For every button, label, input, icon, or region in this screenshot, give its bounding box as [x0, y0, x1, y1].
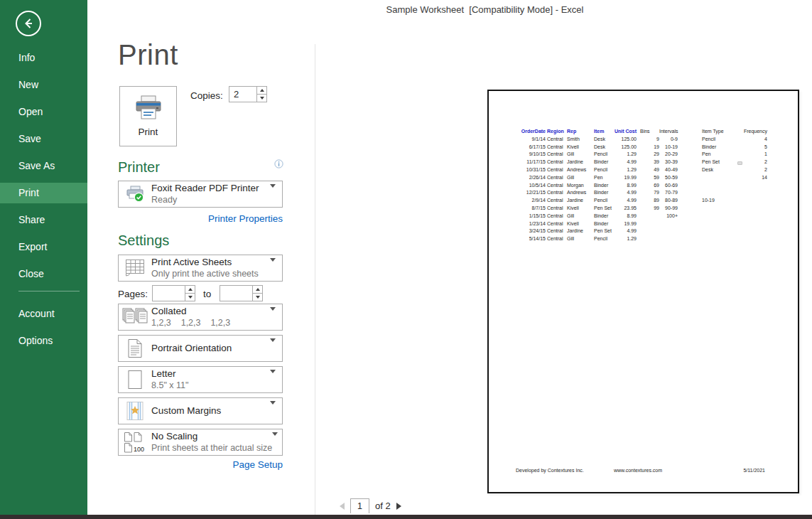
copies-input[interactable] — [229, 87, 256, 102]
sheet-cell: 69 — [637, 182, 659, 190]
sheet-cell — [678, 205, 700, 213]
sheet-cell — [700, 205, 742, 213]
sidebar-item-save-as[interactable]: Save As — [0, 156, 87, 176]
sheet-cell: 9 — [637, 136, 659, 144]
page-number-box — [350, 498, 369, 513]
sidebar-item-info[interactable]: Info — [0, 48, 87, 68]
sheet-cell — [742, 213, 767, 220]
collate-icon — [119, 308, 151, 326]
pages-from-decrement-button[interactable] — [185, 294, 195, 301]
sheet-cell: Jardine — [565, 159, 592, 166]
sheet-cell — [678, 228, 700, 235]
copies-increment-button[interactable] — [257, 87, 266, 95]
info-icon[interactable] — [274, 159, 283, 171]
sheet-footer-right: 5/11/2021 — [743, 468, 765, 473]
paper-size-dropdown[interactable]: Letter 8.5" x 11" — [118, 366, 283, 393]
sheet-cell: 79 — [637, 189, 659, 197]
sheet-cell: 70-79 — [659, 189, 678, 197]
sheet-cell — [742, 189, 767, 197]
sheet-cell: 5/14/15 — [516, 235, 546, 243]
pages-to-input[interactable] — [220, 286, 252, 301]
sheet-cell: 99 — [637, 205, 659, 213]
sheet-cell: 39 — [637, 159, 659, 166]
sheet-cell: Pen Set — [592, 228, 614, 235]
paper-size-sublabel: 8.5" x 11" — [151, 380, 188, 392]
print-area-sublabel: Only print the active sheets — [151, 269, 259, 280]
sheet-cell: Gill — [565, 235, 592, 243]
sheet-cell: Pencil — [592, 197, 614, 205]
sidebar-item-options[interactable]: Options — [0, 331, 87, 351]
sheet-cell: Jardine — [565, 228, 592, 235]
print-area-label: Print Active Sheets — [151, 257, 259, 269]
sheet-cell: 10/31/15 — [516, 166, 546, 174]
copies-decrement-button[interactable] — [257, 95, 266, 102]
window-title: Sample Worksheet [Compatibility Mode] - … — [341, 4, 629, 15]
sheet-cell: 4.99 — [614, 228, 637, 235]
print-area-dropdown[interactable]: Print Active Sheets Only print the activ… — [118, 255, 283, 282]
sheet-header-cell: Frequency — [742, 128, 767, 136]
scaling-dropdown[interactable]: 100 No Scaling Print sheets at their act… — [118, 429, 283, 456]
printer-heading: Printer — [118, 159, 160, 176]
excel-backstage-print: Sample Worksheet [Compatibility Mode] - … — [0, 0, 812, 519]
preview-page-nav: of 2 — [340, 498, 401, 513]
sheet-cell: Morgan — [565, 182, 592, 190]
printer-properties-link[interactable]: Printer Properties — [118, 213, 283, 224]
sidebar-item-print[interactable]: Print — [0, 183, 87, 203]
chevron-down-icon — [272, 436, 284, 449]
sheet-cell — [637, 220, 659, 228]
sidebar-item-share[interactable]: Share — [0, 210, 87, 230]
chevron-down-icon — [270, 405, 282, 417]
sidebar-item-save[interactable]: Save — [0, 129, 87, 149]
sheet-cell — [700, 182, 742, 190]
sheet-header-cell: OrderDate — [516, 128, 546, 136]
sheet-header-cell: Unit Cost — [614, 128, 637, 136]
sheet-cell: Andrews — [565, 166, 592, 174]
page-setup-link[interactable]: Page Setup — [118, 459, 283, 470]
back-button[interactable] — [16, 11, 41, 36]
sidebar-divider — [18, 291, 80, 291]
sheet-cell: 80-89 — [659, 197, 678, 205]
pages-from-input[interactable] — [153, 286, 185, 301]
sheet-cell: 49 — [637, 166, 659, 174]
sheet-cell: 89 — [637, 197, 659, 205]
page-number-input[interactable] — [351, 500, 369, 513]
next-page-button[interactable] — [396, 503, 401, 510]
printer-dropdown[interactable]: Foxit Reader PDF Printer Ready — [118, 181, 283, 208]
sheet-cell — [678, 174, 700, 182]
sheet-cell: 4 — [742, 136, 767, 144]
pages-to-increment-button[interactable] — [253, 286, 262, 294]
pages-from-increment-button[interactable] — [185, 286, 195, 294]
collation-dropdown[interactable]: Collated 1,2,3 1,2,3 1,2,3 — [118, 304, 283, 331]
sheet-cell: Central — [546, 235, 565, 243]
margins-dropdown[interactable]: Custom Margins — [118, 397, 283, 424]
scaling-sublabel: Print sheets at their actual size — [151, 443, 272, 454]
chevron-down-icon — [270, 311, 282, 323]
chevron-down-icon — [270, 342, 282, 355]
sheet-cell — [637, 228, 659, 235]
orientation-dropdown[interactable]: Portrait Orientation — [118, 335, 283, 362]
sheet-cell — [678, 166, 700, 174]
sheet-cell: 30-39 — [659, 159, 678, 166]
pages-from-stepper — [152, 285, 195, 301]
sheet-cell: 19 — [637, 144, 659, 151]
sheet-cell — [678, 220, 700, 228]
print-button[interactable]: Print — [119, 86, 177, 146]
sheet-cell: 10-19 — [700, 197, 742, 205]
sidebar-item-account[interactable]: Account — [0, 304, 87, 324]
sheet-cell — [700, 235, 742, 243]
pages-to-decrement-button[interactable] — [253, 294, 262, 301]
previous-page-button[interactable] — [340, 503, 345, 510]
worksheet-grid-icon — [119, 259, 151, 277]
sheet-cell — [678, 136, 700, 144]
sheet-cell: 1.29 — [614, 166, 637, 174]
sidebar-item-open[interactable]: Open — [0, 102, 87, 122]
sidebar-item-close[interactable]: Close — [0, 264, 87, 284]
sidebar-item-new[interactable]: New — [0, 75, 87, 95]
sidebar-item-export[interactable]: Export — [0, 237, 87, 257]
sheet-header-cell — [678, 128, 700, 136]
sheet-cell: Binder — [592, 159, 614, 166]
sheet-cell: 11/17/15 — [516, 159, 546, 166]
sheet-header-cell: Region — [546, 128, 565, 136]
sheet-cell: 90-99 — [659, 205, 678, 213]
sheet-cell: Central — [546, 205, 565, 213]
